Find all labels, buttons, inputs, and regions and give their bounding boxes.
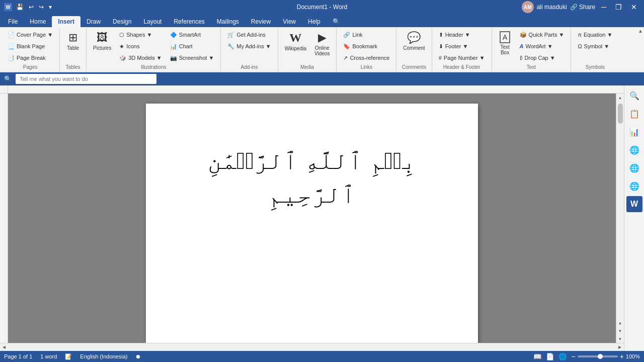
- print-layout-button[interactable]: 📄: [546, 353, 554, 360]
- tab-view[interactable]: View: [277, 16, 302, 27]
- save-button[interactable]: 💾: [14, 3, 26, 12]
- wikipedia-button[interactable]: W Wikipedia: [281, 29, 310, 63]
- close-button[interactable]: ✕: [628, 2, 640, 12]
- screenshot-button[interactable]: 📷 Screenshot ▼: [167, 52, 218, 63]
- tab-insert[interactable]: Insert: [52, 16, 80, 27]
- tab-file[interactable]: File: [2, 16, 24, 27]
- drop-cap-button[interactable]: Ꞵ Drop Cap ▼: [516, 52, 568, 63]
- undo-button[interactable]: ↩: [27, 3, 36, 12]
- scroll-prev-page-button[interactable]: ▲: [616, 319, 624, 327]
- tab-mailings[interactable]: Mailings: [211, 16, 245, 27]
- ruler-vertical: [0, 94, 8, 343]
- share-button[interactable]: 🔗 Share: [570, 4, 595, 11]
- text-box-button[interactable]: A TextBox: [495, 29, 515, 63]
- quick-access-toolbar: 💾 ↩ ↪ ▾: [14, 3, 54, 12]
- tab-draw[interactable]: Draw: [80, 16, 107, 27]
- smartart-icon: 🔷: [170, 32, 177, 38]
- text-col: 📦 Quick Parts ▼ A WordArt ▼ Ꞵ Drop Cap ▼: [516, 29, 568, 63]
- bookmark-button[interactable]: 🔖 Bookmark: [340, 41, 393, 52]
- online-videos-icon: ▶: [318, 31, 327, 44]
- sidebar-word-button[interactable]: W: [626, 196, 642, 212]
- web-layout-button[interactable]: 🌐: [558, 353, 567, 360]
- page-break-button[interactable]: 📑 Page Break: [4, 52, 56, 63]
- user-name: ali masduki: [537, 4, 567, 11]
- smartart-button[interactable]: 🔷 SmartArt: [167, 29, 218, 40]
- wordart-button[interactable]: A WordArt ▼: [516, 41, 568, 52]
- header-footer-label: Header & Footer: [435, 63, 489, 71]
- my-addins-button[interactable]: 🔧 My Add-ins ▼: [224, 41, 274, 52]
- tab-references[interactable]: References: [168, 16, 210, 27]
- tab-review[interactable]: Review: [245, 16, 277, 27]
- group-tables: ⊞ Table Tables: [60, 28, 87, 72]
- scroll-down-button[interactable]: ▼: [616, 335, 624, 343]
- page-number-button[interactable]: # Page Number ▼: [435, 52, 489, 63]
- redo-button[interactable]: ↪: [37, 3, 46, 12]
- zoom-slider[interactable]: [578, 355, 618, 357]
- document-title: Document1: [297, 4, 328, 11]
- header-icon: ⬆: [439, 32, 443, 38]
- icons-button[interactable]: ★ Icons: [116, 41, 166, 52]
- minimize-button[interactable]: ─: [598, 2, 609, 12]
- title-bar-left: W 💾 ↩ ↪ ▾: [4, 3, 54, 12]
- sidebar-browser3-button[interactable]: 🌐: [626, 178, 642, 194]
- sidebar-search-button[interactable]: 🔍: [626, 87, 642, 104]
- scroll-next-page-button[interactable]: ▼: [616, 327, 624, 335]
- sidebar-clipboard-button[interactable]: 📋: [626, 106, 642, 122]
- link-button[interactable]: 🔗 Link: [340, 29, 393, 40]
- scroll-left-button[interactable]: ◀: [0, 343, 8, 351]
- pictures-button[interactable]: 🖼 Pictures: [90, 29, 115, 63]
- comment-button[interactable]: 💬 Comment: [399, 29, 428, 63]
- header-button[interactable]: ⬆ Header ▼: [435, 29, 489, 40]
- tab-layout[interactable]: Layout: [137, 16, 168, 27]
- scroll-up-button[interactable]: ▲: [616, 94, 624, 102]
- scroll-thumb[interactable]: [618, 104, 623, 124]
- group-text: A TextBox 📦 Quick Parts ▼ A WordArt ▼ Ꞵ …: [492, 28, 572, 72]
- search-icon: 🔍: [4, 75, 12, 82]
- restore-button[interactable]: ❐: [612, 2, 625, 12]
- horizontal-scrollbar: ◀ ▶: [0, 343, 624, 351]
- blank-page-button[interactable]: 📃 Blank Page: [4, 41, 56, 52]
- tab-home[interactable]: Home: [24, 16, 52, 27]
- table-button[interactable]: ⊞ Table: [63, 29, 83, 63]
- pictures-icon: 🖼: [97, 31, 108, 44]
- ribbon-content: ▲ 📄 Cover Page ▼ 📃 Blank Page 📑 Page Bre…: [0, 27, 644, 72]
- zoom-out-button[interactable]: −: [571, 352, 575, 360]
- collapse-ribbon-button[interactable]: ▲: [638, 28, 643, 34]
- get-addins-button[interactable]: 🛒 Get Add-ins: [224, 29, 274, 40]
- zoom-in-button[interactable]: +: [620, 352, 624, 360]
- sidebar-browser2-button[interactable]: 🌐: [626, 160, 642, 176]
- equation-button[interactable]: π Equation ▼: [574, 29, 616, 40]
- pages-content: 📄 Cover Page ▼ 📃 Blank Page 📑 Page Break: [4, 29, 56, 63]
- search-input[interactable]: [16, 74, 156, 84]
- shapes-icon: ⬡: [119, 32, 124, 38]
- pages-col: 📄 Cover Page ▼ 📃 Blank Page 📑 Page Break: [4, 29, 56, 63]
- tab-help[interactable]: Help: [302, 16, 327, 27]
- comment-icon: 💬: [407, 31, 421, 44]
- chart-button[interactable]: 📊 Chart: [167, 41, 218, 52]
- online-videos-button[interactable]: ▶ OnlineVideos: [311, 29, 333, 63]
- footer-button[interactable]: ⬇ Footer ▼: [435, 41, 489, 52]
- symbol-button[interactable]: Ω Symbol ▼: [574, 41, 616, 52]
- wikipedia-icon: W: [289, 31, 301, 45]
- icons-icon: ★: [119, 43, 124, 50]
- quick-parts-button[interactable]: 📦 Quick Parts ▼: [516, 29, 568, 40]
- tab-search[interactable]: 🔍: [327, 16, 346, 27]
- text-label: Text: [495, 63, 568, 71]
- links-label: Links: [340, 63, 393, 71]
- zoom-bar: − + 100%: [571, 352, 640, 360]
- customize-button[interactable]: ▾: [47, 3, 54, 12]
- document-scroll-area[interactable]: بِسۡمِ ٱللَّهِ ٱلرَّحۡمَٰنِ ٱلرَّحِيمِ: [8, 94, 616, 343]
- arabic-content: بِسۡمِ ٱللَّهِ ٱلرَّحۡمَٰنِ ٱلرَّحِيمِ: [176, 144, 448, 211]
- scroll-right-button[interactable]: ▶: [616, 343, 624, 351]
- cross-reference-button[interactable]: ↗ Cross-reference: [340, 52, 393, 63]
- 3d-models-button[interactable]: 🎲 3D Models ▼: [116, 52, 166, 63]
- tab-design[interactable]: Design: [107, 16, 137, 27]
- ruler-horizontal: [8, 85, 624, 94]
- screenshot-icon: 📷: [170, 55, 177, 61]
- shapes-button[interactable]: ⬡ Shapes ▼: [116, 29, 166, 40]
- illustrations-col2: 🔷 SmartArt 📊 Chart 📷 Screenshot ▼: [167, 29, 218, 63]
- sidebar-excel-button[interactable]: 📊: [626, 124, 642, 140]
- sidebar-browser1-button[interactable]: 🌐: [626, 142, 642, 158]
- read-mode-button[interactable]: 📖: [533, 353, 542, 360]
- cover-page-button[interactable]: 📄 Cover Page ▼: [4, 29, 56, 40]
